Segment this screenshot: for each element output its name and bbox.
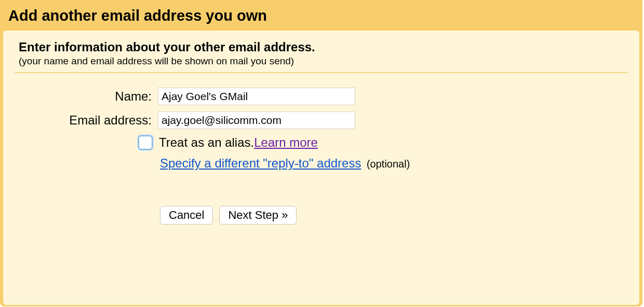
reply-to-link[interactable]: Specify a different "reply-to" address <box>160 156 361 170</box>
alias-row: Treat as an alias. Learn more <box>138 135 628 150</box>
name-input[interactable] <box>158 88 355 105</box>
dialog-wrapper: Add another email address you own Enter … <box>0 0 642 306</box>
cancel-button[interactable]: Cancel <box>160 206 213 225</box>
dialog-title: Add another email address you own <box>3 0 639 31</box>
alias-checkbox[interactable] <box>138 135 153 150</box>
email-row: Email address: <box>15 111 628 129</box>
alias-text: Treat as an alias. <box>159 135 254 150</box>
learn-more-link[interactable]: Learn more <box>254 135 318 150</box>
email-input[interactable] <box>158 111 355 129</box>
section-heading: Enter information about your other email… <box>19 40 628 54</box>
name-row: Name: <box>15 88 628 105</box>
optional-text: (optional) <box>367 158 410 170</box>
next-step-button[interactable]: Next Step » <box>219 206 297 225</box>
name-label: Name: <box>15 89 158 104</box>
reply-to-row: Specify a different "reply-to" address (… <box>160 156 628 171</box>
dialog-body: Enter information about your other email… <box>3 31 639 305</box>
email-label: Email address: <box>15 113 158 128</box>
divider <box>15 72 628 73</box>
button-row: Cancel Next Step » <box>160 206 628 225</box>
section-sub: (your name and email address will be sho… <box>19 55 628 67</box>
